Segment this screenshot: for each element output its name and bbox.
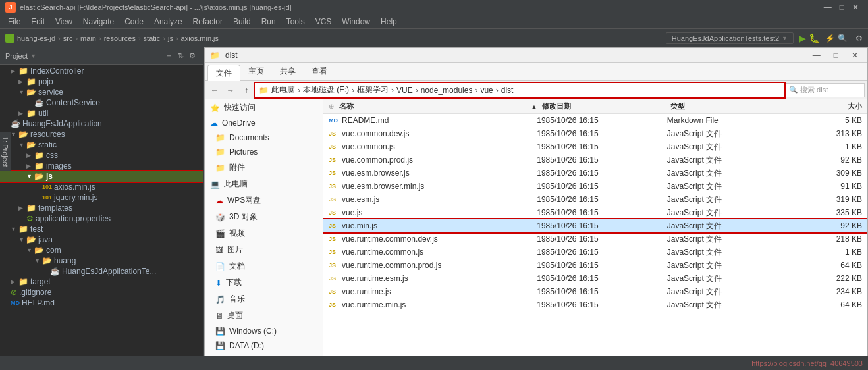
folder-item-documents[interactable]: 📁 Documents [205, 130, 323, 145]
windows-drive-item[interactable]: 💾 Windows (C:) [205, 324, 323, 338]
settings-gear-icon[interactable]: ⚙ [855, 34, 863, 43]
menu-tools[interactable]: Tools [281, 16, 310, 28]
breadcrumb-static[interactable]: static [144, 34, 161, 42]
data-drive-item[interactable]: 💾 DATA (D:) [205, 338, 323, 353]
tree-item[interactable]: ⚙ application.properties [0, 213, 203, 224]
col-date-header[interactable]: 修改日期 [542, 101, 670, 111]
tree-item[interactable]: ▼ 📂 service [0, 87, 203, 97]
menu-edit[interactable]: Edit [26, 16, 50, 28]
nav-back-button[interactable]: ← [207, 83, 222, 97]
file-row[interactable]: JS vue.esm.browser.js 1985/10/26 16:15 J… [323, 167, 867, 180]
menu-vcs[interactable]: VCS [310, 16, 337, 28]
file-row[interactable]: JS vue.esm.browser.min.js 1985/10/26 16:… [323, 180, 867, 193]
tab-share[interactable]: 共享 [272, 63, 304, 80]
minimize-button[interactable]: — [820, 3, 836, 12]
file-row-readme[interactable]: MD README.md 1985/10/26 16:15 Markdown F… [323, 114, 867, 127]
file-row[interactable]: JS vue.common.prod.js 1985/10/26 16:15 J… [323, 153, 867, 167]
file-row[interactable]: JS vue.js 1985/10/26 16:15 JavaScript 文件… [323, 206, 867, 219]
explorer-close-button[interactable]: ✕ [848, 51, 862, 60]
file-row[interactable]: JS vue.runtime.min.js 1985/10/26 16:15 J… [323, 298, 867, 311]
tree-item[interactable]: ⊘ .gitignore [0, 287, 203, 298]
tree-item[interactable]: 101 jquery.min.js [0, 192, 203, 203]
sync-icon[interactable]: ⇅ [178, 51, 184, 60]
tree-item-templates[interactable]: ▶ 📁 templates [0, 203, 203, 213]
tree-item[interactable]: ☕ HuangEsJdApplication [0, 119, 203, 129]
file-row[interactable]: JS vue.runtime.common.js 1985/10/26 16:1… [323, 246, 867, 259]
col-type-header[interactable]: 类型 [670, 101, 798, 111]
tree-item-js-folder[interactable]: ▼ 📂 js [0, 171, 203, 182]
breadcrumb-src[interactable]: src [63, 34, 73, 42]
debug-button[interactable]: 🐛 [809, 33, 820, 43]
menu-view[interactable]: View [50, 16, 78, 28]
menu-refactor[interactable]: Refactor [188, 16, 228, 28]
run-config-dropdown[interactable]: HuangEsJdApplicationTests.test2 ▼ [666, 32, 794, 44]
nav-up-button[interactable]: ↑ [239, 83, 254, 97]
tree-item[interactable]: ▶ 📁 target [0, 277, 203, 287]
file-row[interactable]: JS vue.esm.js 1985/10/26 16:15 JavaScrip… [323, 193, 867, 206]
file-row[interactable]: JS vue.runtime.js 1985/10/26 16:15 JavaS… [323, 285, 867, 298]
tab-view[interactable]: 查看 [304, 63, 335, 80]
file-row[interactable]: JS vue.runtime.common.dev.js 1985/10/26 … [323, 232, 867, 246]
folder-item-pictures[interactable]: 📁 Pictures [205, 145, 323, 159]
tree-item[interactable]: ▶ 📁 util [0, 108, 203, 119]
breadcrumb-file[interactable]: axios.min.js [181, 34, 219, 42]
file-row[interactable]: JS vue.runtime.esm.js 1985/10/26 16:15 J… [323, 272, 867, 285]
quick-access-item[interactable]: ⭐ 快速访问 [205, 99, 323, 116]
menu-window[interactable]: Window [337, 16, 375, 28]
desktop-item[interactable]: 🖥 桌面 [205, 307, 323, 324]
wps-item[interactable]: ☁ WPS网盘 [205, 192, 323, 209]
tab-home[interactable]: 主页 [240, 63, 272, 80]
breadcrumb-main[interactable]: main [80, 34, 96, 42]
folder-item-attachments[interactable]: 📁 附件 [205, 159, 323, 176]
coverage-button[interactable]: ⚡ [825, 34, 835, 43]
music-item[interactable]: 🎵 音乐 [205, 291, 323, 307]
col-size-header[interactable]: 大小 [798, 101, 862, 111]
tree-item[interactable]: ☕ ContentService [0, 97, 203, 108]
tree-item[interactable]: MD HELP.md [0, 298, 203, 308]
menu-help[interactable]: Help [375, 16, 402, 28]
file-row-vue-min[interactable]: JS vue.min.js 1985/10/26 16:15 JavaScrip… [323, 219, 867, 232]
tree-item[interactable]: ▼ 📁 test [0, 224, 203, 234]
onedrive-item[interactable]: ☁ OneDrive [205, 116, 323, 130]
tree-item[interactable]: ▶ 📁 images [0, 161, 203, 171]
menu-analyze[interactable]: Analyze [149, 16, 188, 28]
breadcrumb-project[interactable]: huang-es-jd [17, 34, 55, 42]
side-tab-project[interactable]: 1: Project [0, 132, 11, 171]
document-item[interactable]: 📄 文档 [205, 258, 323, 275]
file-row[interactable]: JS vue.common.dev.js 1985/10/26 16:15 Ja… [323, 127, 867, 140]
tree-item[interactable]: ▼ 📂 huang [0, 255, 203, 266]
menu-navigate[interactable]: Navigate [78, 16, 119, 28]
tree-item[interactable]: ▶ 📁 pojo [0, 76, 203, 87]
download-item[interactable]: ⬇ 下载 [205, 275, 323, 291]
tree-item[interactable]: ▶ 📁 css [0, 150, 203, 161]
menu-run[interactable]: Run [256, 16, 281, 28]
video-item[interactable]: 🎬 视频 [205, 225, 323, 242]
menu-code[interactable]: Code [119, 16, 149, 28]
tab-file[interactable]: 文件 [207, 65, 240, 82]
col-name-header[interactable]: 名称 [339, 101, 531, 111]
explorer-minimize-button[interactable]: — [809, 51, 825, 60]
search-input[interactable]: 🔍 搜索 dist [786, 83, 865, 97]
search-button[interactable]: 🔍 [838, 34, 848, 43]
tree-item[interactable]: ▼ 📂 static [0, 140, 203, 150]
file-row[interactable]: JS vue.runtime.common.prod.js 1985/10/26… [323, 259, 867, 272]
3d-item[interactable]: 🎲 3D 对象 [205, 209, 323, 225]
run-button[interactable]: ▶ [799, 33, 806, 43]
tree-item[interactable]: ☕ HuangEsJdApplicationTe... [0, 266, 203, 277]
explorer-maximize-button[interactable]: □ [830, 51, 842, 60]
tree-item[interactable]: ▼ 📂 java [0, 234, 203, 245]
tree-item[interactable]: 101 axios.min.js [0, 182, 203, 192]
maximize-button[interactable]: □ [836, 3, 848, 12]
gear-icon[interactable]: ⚙ [189, 51, 196, 60]
menu-file[interactable]: File [3, 16, 26, 28]
address-bar[interactable]: 📁 此电脑 › 本地磁盘 (F:) › 框架学习 › VUE › node_mo… [255, 83, 784, 97]
menu-build[interactable]: Build [228, 16, 256, 28]
breadcrumb-resources[interactable]: resources [104, 34, 136, 42]
nav-forward-button[interactable]: → [223, 83, 238, 97]
file-row[interactable]: JS vue.common.js 1985/10/26 16:15 JavaSc… [323, 140, 867, 153]
picture-item[interactable]: 🖼 图片 [205, 242, 323, 258]
tree-item[interactable]: ▶ 📁 IndexController [0, 66, 203, 76]
this-pc-item[interactable]: 💻 此电脑 [205, 176, 323, 192]
tree-item[interactable]: ▼ 📂 com [0, 245, 203, 255]
breadcrumb-js[interactable]: js [168, 34, 173, 42]
